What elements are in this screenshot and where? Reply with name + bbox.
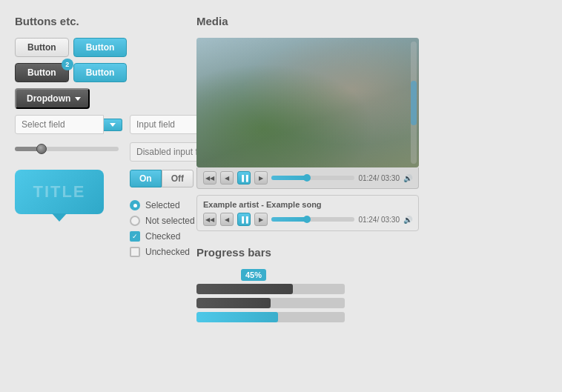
video-progress-thumb[interactable] (303, 174, 311, 182)
option-unchecked-label: Unchecked (145, 247, 190, 257)
left-panel: Buttons etc. Button Button Button 2 Butt… (15, 15, 174, 326)
button-row-2: Button 2 Button (15, 63, 174, 82)
progress-bar-3 (196, 312, 547, 322)
button-dark-1-label: Button (27, 67, 56, 78)
select-input[interactable] (15, 115, 104, 134)
dropdown-caret-icon (75, 97, 81, 101)
toggle-off-button[interactable]: Off (162, 170, 194, 187)
checkbox-checked-icon[interactable]: ✓ (130, 231, 140, 242)
video-overlay (196, 38, 419, 167)
progress-percent-bubble: 45% (241, 269, 266, 281)
video-scrollbar[interactable] (411, 41, 417, 164)
pbar-track-3 (196, 312, 345, 322)
video-volume-icon[interactable]: 🔊 (403, 174, 412, 182)
pbar-fill-3 (196, 312, 278, 322)
video-back-button[interactable]: ◀ (220, 171, 234, 185)
right-panel: Media ◀◀ ◀ ▐▐ ▶ (196, 15, 547, 326)
audio-pause-button[interactable]: ▐▐ (237, 213, 251, 226)
video-progress-fill (271, 176, 307, 180)
button-primary-2[interactable]: Button (73, 63, 128, 82)
button-dark-1[interactable]: Button 2 (15, 63, 69, 82)
option-not-selected-label: Not selected (145, 216, 195, 226)
audio-progress-thumb[interactable] (303, 216, 311, 223)
radio-selected-icon[interactable] (130, 200, 140, 210)
option-checked-label: Checked (145, 231, 180, 242)
select-row (15, 115, 122, 134)
video-player (196, 38, 419, 167)
video-scroll-thumb[interactable] (411, 81, 417, 125)
video-time-display: 01:24/ 03:30 (358, 174, 400, 182)
media-section: Media ◀◀ ◀ ▐▐ ▶ (196, 15, 547, 231)
progress-percent-label: 45% (196, 269, 547, 284)
select-caret-icon (110, 123, 116, 127)
button-default-1[interactable]: Button (15, 38, 69, 57)
select-arrow-button[interactable] (104, 119, 122, 131)
audio-volume-icon[interactable]: 🔊 (403, 216, 412, 224)
tooltip-text: TITLE (33, 182, 85, 202)
audio-time-display: 01:24/ 03:30 (358, 216, 400, 224)
audio-song: Example song (266, 200, 322, 209)
audio-title: Example artist - Example song (203, 200, 412, 209)
checkmark-icon: ✓ (132, 233, 138, 240)
input-fields-column: TITLE (15, 115, 122, 262)
inputs-area: TITLE On Off (15, 115, 174, 262)
dropdown-button[interactable]: Dropdown (15, 88, 90, 109)
checkbox-unchecked-icon[interactable] (130, 247, 140, 257)
audio-next-button[interactable]: ▶ (254, 213, 268, 226)
progress-bars-section: Progress bars 45% (196, 246, 547, 322)
slider-row (15, 144, 122, 151)
tooltip-bubble: TITLE (15, 170, 104, 214)
dropdown-label: Dropdown (27, 93, 70, 104)
video-next-button[interactable]: ▶ (254, 171, 268, 185)
video-pause-button[interactable]: ▐▐ (237, 171, 251, 185)
toggle-on-button[interactable]: On (130, 170, 162, 187)
button-primary-1[interactable]: Button (73, 38, 128, 57)
progress-bars-title: Progress bars (196, 246, 547, 259)
buttons-section-title: Buttons etc. (15, 15, 174, 27)
video-player-wrapper: ◀◀ ◀ ▐▐ ▶ 01:24/ 03:30 🔊 (196, 38, 419, 189)
pbar-track-1 (196, 284, 345, 294)
progress-bar-2 (196, 298, 547, 308)
video-prev-button[interactable]: ◀◀ (203, 171, 216, 185)
pbar-fill-1 (196, 284, 293, 294)
pbar-fill-2 (196, 298, 271, 308)
audio-player: Example artist - Example song ◀◀ ◀ ▐▐ ▶ … (196, 195, 419, 231)
video-controls: ◀◀ ◀ ▐▐ ▶ 01:24/ 03:30 🔊 (196, 167, 419, 189)
progress-bar-1 (196, 284, 547, 294)
slider-thumb[interactable] (36, 144, 47, 154)
audio-prev-button[interactable]: ◀◀ (203, 213, 216, 226)
video-progress-bar[interactable] (271, 176, 354, 180)
audio-progress-fill (271, 217, 307, 222)
dropdown-row: Dropdown (15, 88, 174, 109)
option-selected-label: Selected (145, 200, 180, 210)
audio-controls: ◀◀ ◀ ▐▐ ▶ 01:24/ 03:30 🔊 (203, 213, 412, 226)
badge: 2 (62, 59, 73, 70)
audio-progress-bar[interactable] (271, 217, 354, 222)
slider-track[interactable] (15, 147, 119, 151)
pbar-track-2 (196, 298, 345, 308)
audio-artist: Example artist (203, 200, 259, 209)
media-section-title: Media (196, 15, 547, 27)
button-row-1: Button Button (15, 38, 174, 57)
audio-back-button[interactable]: ◀ (220, 213, 234, 226)
audio-separator: - (261, 200, 266, 209)
radio-unselected-icon[interactable] (130, 216, 140, 226)
